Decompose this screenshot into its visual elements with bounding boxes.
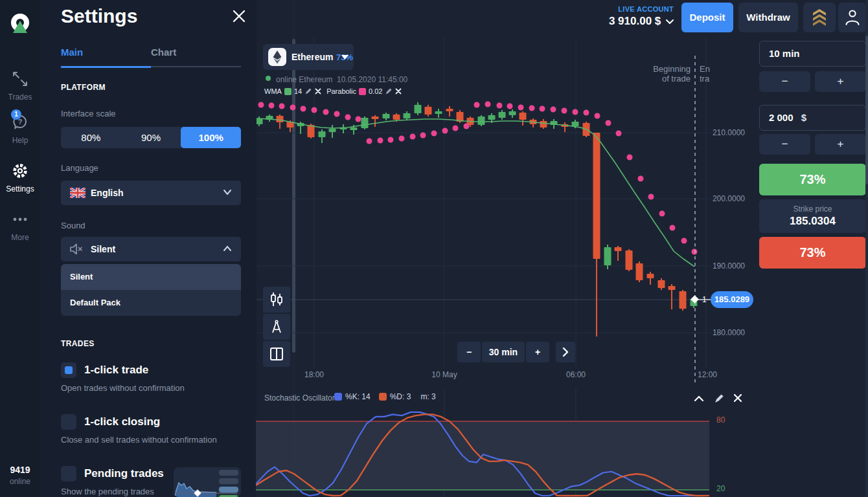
duration-plus-button[interactable]: + [815, 71, 866, 92]
sound-option-default-pack[interactable]: Default Pack [61, 290, 241, 316]
settings-tabs: MainChart [61, 47, 241, 67]
amount-value: 2 000 [769, 112, 794, 123]
toggle-description: Open trades without confirmation [61, 383, 185, 393]
toggle-description: Close and sell trades without confirmati… [61, 435, 217, 445]
scale-option-100[interactable]: 100% [181, 127, 241, 148]
pan-right-button[interactable] [556, 342, 575, 362]
sidebar-item-help[interactable]: ?1Help [0, 113, 40, 145]
tab-underline-active [61, 66, 151, 68]
trade-down-button[interactable]: 73% [759, 237, 866, 269]
gear-icon [11, 162, 29, 182]
time-axis-label: 10 May [431, 370, 457, 379]
price-chart[interactable] [257, 0, 758, 385]
drawing-tools-button[interactable] [263, 314, 290, 340]
scale-option-80[interactable]: 80% [61, 127, 121, 148]
sidebar-item-more[interactable]: More [0, 210, 40, 242]
duration-input[interactable]: 10 min [759, 41, 866, 67]
price-axis-label: 190.0000 [711, 261, 745, 271]
current-price-badge: 185.0289 [711, 291, 753, 308]
sidebar-item-label: Settings [0, 184, 40, 193]
price-axis-label: 210.0000 [711, 128, 745, 137]
time-axis-label: 06:00 [566, 370, 586, 379]
toggle-title: Pending trades [84, 467, 164, 480]
chart-type-button[interactable] [263, 287, 290, 313]
language-label: Language [61, 163, 98, 173]
amount-input[interactable]: 2 000 $ [759, 105, 866, 131]
stoch-lower-label: 20 [716, 484, 725, 493]
help-icon: ?1 [11, 113, 29, 134]
close-icon[interactable] [231, 8, 247, 25]
sidebar-item-settings[interactable]: Settings [0, 162, 40, 193]
page-scrollbar-thumb[interactable] [865, 36, 868, 184]
end-of-trade-label: Entra [700, 64, 715, 83]
checkbox-pending-trades[interactable] [61, 466, 76, 481]
speaker-muted-icon [69, 243, 84, 256]
partial-price-label: 1 [702, 295, 707, 304]
toggle-description: Show the pending trades [61, 487, 154, 496]
sidebar-item-label: Help [0, 136, 40, 145]
settings-title: Settings [61, 5, 137, 27]
strike-price-box: Strike price 185.0304 [759, 199, 866, 233]
scale-option-90[interactable]: 90% [121, 127, 181, 148]
sidebar-item-label: More [0, 233, 40, 242]
zoom-out-button[interactable]: − [457, 342, 481, 362]
columns-icon [269, 346, 284, 362]
sidebar: Trades?1HelpSettingsMore 9419 online [0, 0, 40, 497]
tab-main[interactable]: Main [61, 47, 83, 58]
sound-option-silent[interactable]: Silent [61, 264, 241, 290]
profile-button[interactable] [838, 3, 866, 32]
trades-icon [11, 70, 29, 91]
time-axis-label: 12:00 [698, 370, 717, 379]
trading-app: Trades?1HelpSettingsMore 9419 online Set… [0, 0, 868, 497]
checkbox-checked-mark [65, 366, 73, 374]
online-label: online [0, 477, 40, 486]
duration-minus-button[interactable]: − [759, 71, 810, 92]
layout-button[interactable] [263, 341, 290, 367]
platform-section-header: PLATFORM [61, 83, 106, 92]
amount-minus-button[interactable]: − [759, 134, 810, 155]
online-counter: 9419 online [0, 465, 40, 486]
compass-icon [269, 319, 284, 335]
sidebar-item-trades[interactable]: Trades [0, 70, 40, 102]
sound-label: Sound [61, 221, 86, 230]
interface-scale-label: Interface scale [61, 109, 116, 118]
strike-price-value: 185.0304 [759, 215, 866, 228]
more-icon [11, 210, 29, 231]
trade-up-button[interactable]: 73% [759, 164, 866, 195]
settings-panel: Settings MainChart PLATFORM Interface sc… [40, 0, 257, 497]
online-count: 9419 [0, 465, 40, 475]
price-axis-label: 200.0000 [711, 194, 745, 203]
chevron-right-icon [562, 348, 569, 357]
stochastic-chart[interactable] [256, 386, 758, 497]
checkbox-1-click-trade[interactable] [61, 362, 76, 378]
rank-button[interactable] [803, 3, 836, 32]
amount-plus-button[interactable]: + [815, 134, 866, 155]
strike-price-label: Strike price [759, 204, 866, 214]
zoom-in-button[interactable]: + [526, 342, 549, 362]
stoch-upper-label: 80 [716, 415, 725, 425]
toggle-title: 1-click trade [84, 364, 148, 377]
pending-trades-preview [174, 467, 241, 497]
amount-currency: $ [801, 112, 806, 123]
app-logo[interactable] [8, 12, 32, 41]
toggle-title: 1-click closing [84, 415, 160, 428]
timeframe-value[interactable]: 30 min [482, 342, 525, 362]
candlestick-icon [269, 292, 284, 307]
uk-flag-icon [70, 188, 86, 198]
begin-of-trade-label: Beginningof trade [626, 64, 691, 83]
profile-icon [844, 8, 861, 27]
help-badge: 1 [11, 109, 21, 120]
time-axis-label: 18:00 [304, 370, 324, 379]
checkbox-1-click-closing[interactable] [61, 414, 76, 430]
tab-chart[interactable]: Chart [151, 47, 176, 58]
sound-select[interactable]: Silent [61, 237, 241, 261]
price-axis-label: 180.0000 [711, 328, 745, 337]
sidebar-item-label: Trades [0, 93, 40, 102]
chevron-down-icon [223, 189, 232, 195]
interface-scale-group: 80%90%100% [61, 127, 241, 148]
trades-section-header: TRADES [61, 339, 95, 348]
chevron-up-icon [223, 245, 232, 252]
language-select[interactable]: English [61, 181, 241, 205]
language-value: English [91, 188, 124, 198]
sound-value: Silent [91, 244, 115, 254]
